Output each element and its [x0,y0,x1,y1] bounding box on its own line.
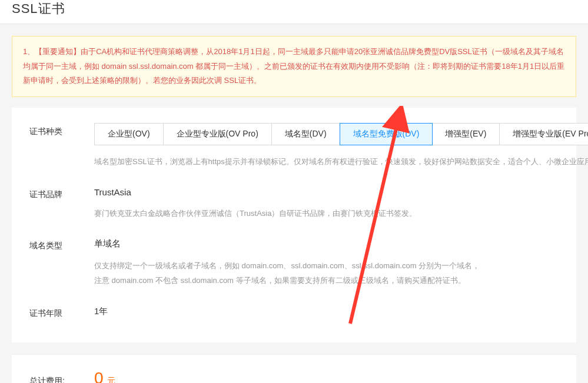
footer-card: 总计费用: 0 元 免费快速申请 [12,355,576,383]
page-title: SSL证书 [12,0,576,18]
year-label: 证书年限 [29,305,94,319]
cost-row: 总计费用: 0 元 [29,369,559,383]
domain-type-content: 单域名 仅支持绑定一个一级域名或者子域名，例如 domain.com、ssl.d… [94,237,559,288]
domain-type-label: 域名类型 [29,237,94,288]
cert-type-content: 企业型(OV) 企业型专业版(OV Pro) 域名型(DV) 域名型免费版(DV… [94,123,588,169]
domain-type-desc: 仅支持绑定一个一级域名或者子域名，例如 domain.com、ssl.domai… [94,259,559,288]
notice-text: 1、【重要通知】由于CA机构和证书代理商策略调整，从2018年1月1日起，同一主… [23,47,564,85]
domain-type-value: 单域名 [94,237,559,249]
brand-row: 证书品牌 TrustAsia 赛门铁克亚太白金战略合作伙伴亚洲诚信（TrustA… [29,186,559,221]
domain-type-row: 域名类型 单域名 仅支持绑定一个一级域名或者子域名，例如 domain.com、… [29,237,559,288]
cert-type-label: 证书种类 [29,123,94,169]
tab-dv[interactable]: 域名型(DV) [272,124,340,145]
tab-ovpro[interactable]: 企业型专业版(OV Pro) [164,124,272,145]
brand-desc: 赛门铁克亚太白金战略合作伙伴亚洲诚信（TrustAsia）自研证书品牌，由赛门铁… [94,207,559,221]
tab-evpro[interactable]: 增强型专业版(EV Pro) [500,124,588,145]
year-row: 证书年限 1年 [29,305,559,319]
cost-value: 0 [94,369,104,383]
year-value: 1年 [94,305,559,317]
page-header: SSL证书 [0,0,588,24]
tab-dvfree[interactable]: 域名型免费版(DV) [340,123,433,145]
cert-type-desc: 域名型加密SSL证书，浏览器上有https提示并有绿锁标记。仅对域名所有权进行验… [94,155,588,169]
cert-type-row: 证书种类 企业型(OV) 企业型专业版(OV Pro) 域名型(DV) 域名型免… [29,123,559,169]
tab-ev[interactable]: 增强型(EV) [432,124,500,145]
cost-label: 总计费用: [29,376,94,383]
brand-content: TrustAsia 赛门铁克亚太白金战略合作伙伴亚洲诚信（TrustAsia）自… [94,186,559,221]
cert-type-tabs: 企业型(OV) 企业型专业版(OV Pro) 域名型(DV) 域名型免费版(DV… [94,123,588,145]
content-card: 证书种类 企业型(OV) 企业型专业版(OV Pro) 域名型(DV) 域名型免… [12,108,576,342]
brand-value: TrustAsia [94,186,559,197]
year-content: 1年 [94,305,559,319]
notice-box: 1、【重要通知】由于CA机构和证书代理商策略调整，从2018年1月1日起，同一主… [12,36,576,97]
cost-unit: 元 [107,376,115,383]
brand-label: 证书品牌 [29,186,94,221]
tab-ov[interactable]: 企业型(OV) [95,124,164,145]
